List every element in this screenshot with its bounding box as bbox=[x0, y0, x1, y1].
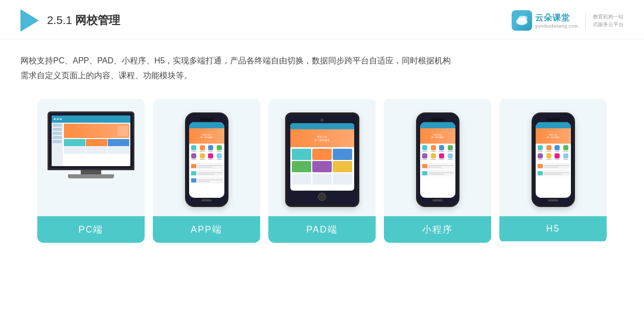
phone-screen3: 创造人的第一堂兴趣课 bbox=[536, 122, 571, 198]
brand-text: 云朵课堂 yunduoketang.com bbox=[535, 13, 578, 29]
card-pad: 创造人的第一堂兴趣课 bbox=[268, 99, 376, 243]
logo-triangle-icon bbox=[20, 9, 39, 32]
phone-notch bbox=[200, 118, 213, 121]
description-line2: 需求自定义页面上的内容、课程、功能模块等。 bbox=[20, 68, 624, 83]
card-app-label: APP端 bbox=[153, 216, 260, 243]
card-app: 创造人的第一堂兴趣课 bbox=[153, 99, 260, 243]
card-pad-label: PAD端 bbox=[268, 216, 376, 243]
pc-screen-inner bbox=[52, 116, 130, 166]
phone-screen2: 创造人的第一堂兴趣课 bbox=[420, 122, 455, 198]
device-pad: 创造人的第一堂兴趣课 bbox=[285, 112, 359, 207]
brand-logo: 云朵课堂 yunduoketang.com 教育机构一站 式服务云平台 bbox=[512, 10, 624, 31]
card-miniprogram: 创造人的第一堂兴趣课 bbox=[384, 99, 491, 243]
description: 网校支持PC、APP、PAD、小程序、H5，实现多端打通，产品各终端自由切换，数… bbox=[0, 39, 644, 88]
card-pad-image: 创造人的第一堂兴趣课 bbox=[268, 99, 376, 216]
card-miniprogram-label: 小程序 bbox=[384, 216, 491, 243]
brand-divider bbox=[585, 13, 586, 28]
pad-camera bbox=[320, 119, 324, 122]
pad-nav bbox=[290, 123, 354, 129]
description-line1: 网校支持PC、APP、PAD、小程序、H5，实现多端打通，产品各终端自由切换，数… bbox=[20, 54, 624, 68]
phone-screen: 创造人的第一堂兴趣课 bbox=[189, 122, 224, 198]
card-h5: 创造人的第一堂兴趣课 bbox=[499, 99, 607, 243]
card-h5-image: 创造人的第一堂兴趣课 bbox=[499, 99, 607, 216]
header-right: 云朵课堂 yunduoketang.com 教育机构一站 式服务云平台 bbox=[512, 10, 624, 31]
cards-section: PC端 创造人的第一堂兴趣课 bbox=[0, 88, 644, 253]
device-miniprogram-phone: 创造人的第一堂兴趣课 bbox=[416, 112, 459, 207]
brand-slogan: 教育机构一站 式服务云平台 bbox=[593, 13, 624, 28]
phone-banner: 创造人的第一堂兴趣课 bbox=[189, 128, 224, 144]
card-h5-label: H5 bbox=[499, 216, 607, 241]
phone-nav bbox=[189, 122, 224, 128]
pad-banner: 创造人的第一堂兴趣课 bbox=[290, 129, 354, 147]
pad-screen: 创造人的第一堂兴趣课 bbox=[290, 123, 354, 191]
card-pc-label: PC端 bbox=[37, 216, 145, 243]
phone-notch3 bbox=[547, 118, 560, 121]
pc-screen-outer bbox=[48, 111, 134, 170]
header-left: 2.5.1 网校管理 bbox=[20, 9, 120, 32]
card-pc-image bbox=[37, 99, 145, 216]
device-app-phone: 创造人的第一堂兴趣课 bbox=[185, 112, 228, 207]
header: 2.5.1 网校管理 云朵课堂 yunduoketang.com 教育机构一站 … bbox=[0, 0, 644, 39]
pad-home-btn bbox=[318, 193, 326, 201]
pc-neck bbox=[81, 170, 101, 174]
device-pc bbox=[47, 111, 136, 209]
device-h5-phone: 创造人的第一堂兴趣课 bbox=[532, 112, 575, 207]
page-title: 2.5.1 网校管理 bbox=[47, 13, 120, 28]
card-miniprogram-image: 创造人的第一堂兴趣课 bbox=[384, 99, 491, 216]
phone-notch2 bbox=[431, 118, 444, 121]
card-pc: PC端 bbox=[37, 99, 145, 243]
brand-icon bbox=[512, 10, 532, 31]
phone-home-btn bbox=[201, 199, 212, 201]
svg-point-2 bbox=[522, 16, 527, 20]
pc-stand bbox=[68, 174, 114, 178]
card-app-image: 创造人的第一堂兴趣课 bbox=[153, 99, 260, 216]
